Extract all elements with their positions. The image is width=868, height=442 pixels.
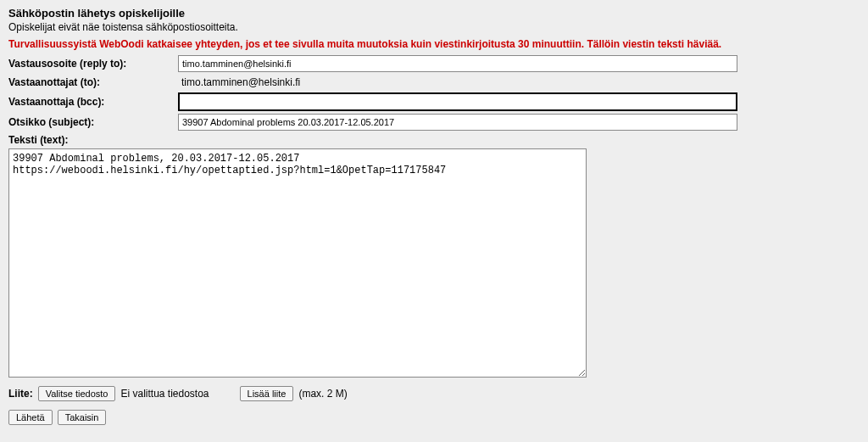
textarea-body[interactable] [8, 148, 587, 378]
row-actions: Lähetä Takaisin [8, 410, 860, 425]
row-attachment: Liite: Valitse tiedosto Ei valittua tied… [8, 386, 860, 401]
security-warning: Turvallisuussyistä WebOodi katkaisee yht… [8, 38, 860, 50]
label-text: Teksti (text): [8, 134, 860, 146]
label-subject: Otsikko (subject): [8, 115, 178, 130]
label-to: Vastaanottajat (to): [8, 75, 178, 90]
row-reply-to: Vastausosoite (reply to): [8, 55, 860, 72]
row-to: Vastaanottajat (to): timo.tamminen@helsi… [8, 75, 860, 90]
value-to: timo.tamminen@helsinki.fi [178, 75, 303, 90]
label-attachment: Liite: [8, 388, 33, 400]
input-subject[interactable] [178, 114, 737, 131]
choose-file-button[interactable]: Valitse tiedosto [38, 386, 116, 401]
back-button[interactable]: Takaisin [58, 410, 107, 425]
input-reply-to[interactable] [178, 55, 737, 72]
no-file-text: Ei valittua tiedostoa [120, 388, 209, 400]
add-attachment-button[interactable]: Lisää liite [240, 386, 294, 401]
row-subject: Otsikko (subject): [8, 114, 860, 131]
page-subtitle: Opiskelijat eivät näe toistensa sähköpos… [8, 21, 860, 33]
input-bcc[interactable] [178, 92, 737, 111]
send-button[interactable]: Lähetä [8, 410, 53, 425]
row-bcc: Vastaanottaja (bcc): [8, 92, 860, 111]
max-size-text: (max. 2 M) [298, 388, 347, 400]
label-bcc: Vastaanottaja (bcc): [8, 94, 178, 109]
page-title: Sähköpostin lähetys opiskelijoille [8, 7, 860, 20]
label-reply-to: Vastausosoite (reply to): [8, 56, 178, 71]
